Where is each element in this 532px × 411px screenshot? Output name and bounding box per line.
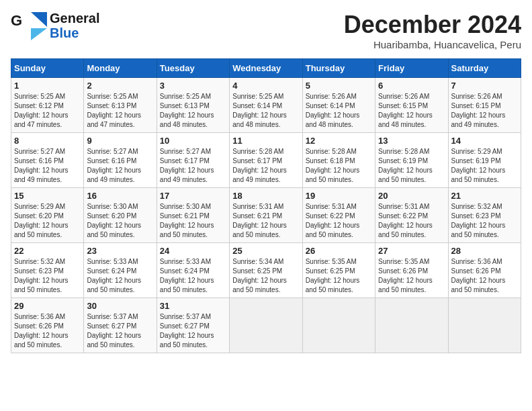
day-number: 23 — [87, 246, 153, 256]
logo: G General Blue — [11, 11, 99, 40]
day-info: Sunrise: 5:26 AM Sunset: 6:14 PM Dayligh… — [306, 92, 372, 130]
day-info: Sunrise: 5:32 AM Sunset: 6:23 PM Dayligh… — [451, 202, 518, 240]
weekday-header-friday: Friday — [375, 59, 448, 78]
day-number: 18 — [232, 191, 299, 201]
day-info: Sunrise: 5:31 AM Sunset: 6:22 PM Dayligh… — [378, 202, 445, 240]
day-info: Sunrise: 5:30 AM Sunset: 6:20 PM Dayligh… — [87, 202, 153, 240]
day-info: Sunrise: 5:37 AM Sunset: 6:27 PM Dayligh… — [160, 312, 226, 350]
calendar-cell: 6Sunrise: 5:26 AM Sunset: 6:15 PM Daylig… — [375, 78, 448, 133]
day-number: 11 — [232, 136, 299, 146]
day-info: Sunrise: 5:36 AM Sunset: 6:26 PM Dayligh… — [451, 257, 518, 295]
page-header: G General Blue December 2024 Huaribamba,… — [11, 11, 521, 50]
day-info: Sunrise: 5:35 AM Sunset: 6:25 PM Dayligh… — [306, 257, 372, 295]
day-number: 29 — [14, 301, 81, 311]
logo-line2: Blue — [50, 26, 99, 40]
day-number: 5 — [306, 81, 372, 91]
calendar-cell: 11Sunrise: 5:28 AM Sunset: 6:17 PM Dayli… — [230, 133, 302, 188]
day-number: 17 — [160, 191, 226, 201]
title-block: December 2024 Huaribamba, Huancavelica, … — [344, 11, 521, 50]
calendar-cell: 4Sunrise: 5:25 AM Sunset: 6:14 PM Daylig… — [230, 78, 302, 133]
calendar-table: SundayMondayTuesdayWednesdayThursdayFrid… — [11, 58, 521, 353]
day-number: 24 — [160, 246, 226, 256]
calendar-cell: 13Sunrise: 5:28 AM Sunset: 6:19 PM Dayli… — [375, 133, 448, 188]
day-number: 27 — [378, 246, 445, 256]
day-number: 31 — [160, 301, 226, 311]
calendar-cell: 12Sunrise: 5:28 AM Sunset: 6:18 PM Dayli… — [302, 133, 375, 188]
calendar-cell — [375, 298, 448, 353]
calendar-cell: 3Sunrise: 5:25 AM Sunset: 6:13 PM Daylig… — [157, 78, 229, 133]
day-info: Sunrise: 5:26 AM Sunset: 6:15 PM Dayligh… — [451, 92, 518, 130]
day-info: Sunrise: 5:36 AM Sunset: 6:26 PM Dayligh… — [14, 312, 81, 350]
day-number: 1 — [14, 81, 81, 91]
calendar-week-5: 29Sunrise: 5:36 AM Sunset: 6:26 PM Dayli… — [11, 298, 521, 353]
calendar-cell: 15Sunrise: 5:29 AM Sunset: 6:20 PM Dayli… — [11, 188, 84, 243]
day-number: 8 — [14, 136, 81, 146]
day-info: Sunrise: 5:28 AM Sunset: 6:18 PM Dayligh… — [306, 147, 372, 185]
calendar-cell: 25Sunrise: 5:34 AM Sunset: 6:25 PM Dayli… — [230, 243, 302, 298]
calendar-cell: 24Sunrise: 5:33 AM Sunset: 6:24 PM Dayli… — [157, 243, 229, 298]
day-number: 12 — [306, 136, 372, 146]
calendar-cell: 23Sunrise: 5:33 AM Sunset: 6:24 PM Dayli… — [84, 243, 157, 298]
day-info: Sunrise: 5:31 AM Sunset: 6:22 PM Dayligh… — [306, 202, 372, 240]
calendar-cell: 5Sunrise: 5:26 AM Sunset: 6:14 PM Daylig… — [302, 78, 375, 133]
logo-line1: General — [50, 11, 99, 26]
calendar-cell: 29Sunrise: 5:36 AM Sunset: 6:26 PM Dayli… — [11, 298, 84, 353]
day-number: 25 — [232, 246, 299, 256]
weekday-header-sunday: Sunday — [11, 59, 84, 78]
day-number: 10 — [160, 136, 226, 146]
day-info: Sunrise: 5:27 AM Sunset: 6:16 PM Dayligh… — [14, 147, 81, 185]
day-info: Sunrise: 5:25 AM Sunset: 6:13 PM Dayligh… — [160, 92, 226, 130]
calendar-cell — [448, 298, 521, 353]
day-number: 16 — [87, 191, 153, 201]
day-info: Sunrise: 5:27 AM Sunset: 6:17 PM Dayligh… — [160, 147, 226, 185]
calendar-cell: 17Sunrise: 5:30 AM Sunset: 6:21 PM Dayli… — [157, 188, 229, 243]
calendar-cell: 28Sunrise: 5:36 AM Sunset: 6:26 PM Dayli… — [448, 243, 521, 298]
day-number: 4 — [232, 81, 299, 91]
calendar-cell: 21Sunrise: 5:32 AM Sunset: 6:23 PM Dayli… — [448, 188, 521, 243]
calendar-cell: 10Sunrise: 5:27 AM Sunset: 6:17 PM Dayli… — [157, 133, 229, 188]
day-number: 14 — [451, 136, 518, 146]
weekday-header-tuesday: Tuesday — [157, 59, 229, 78]
calendar-week-1: 1Sunrise: 5:25 AM Sunset: 6:12 PM Daylig… — [11, 78, 521, 133]
calendar-cell: 26Sunrise: 5:35 AM Sunset: 6:25 PM Dayli… — [302, 243, 375, 298]
calendar-cell: 8Sunrise: 5:27 AM Sunset: 6:16 PM Daylig… — [11, 133, 84, 188]
calendar-week-3: 15Sunrise: 5:29 AM Sunset: 6:20 PM Dayli… — [11, 188, 521, 243]
svg-marker-1 — [31, 12, 47, 27]
calendar-cell: 1Sunrise: 5:25 AM Sunset: 6:12 PM Daylig… — [11, 78, 84, 133]
day-number: 30 — [87, 301, 153, 311]
calendar-cell: 20Sunrise: 5:31 AM Sunset: 6:22 PM Dayli… — [375, 188, 448, 243]
calendar-cell: 9Sunrise: 5:27 AM Sunset: 6:16 PM Daylig… — [84, 133, 157, 188]
day-info: Sunrise: 5:31 AM Sunset: 6:21 PM Dayligh… — [232, 202, 299, 240]
weekday-header-thursday: Thursday — [302, 59, 375, 78]
day-info: Sunrise: 5:25 AM Sunset: 6:12 PM Dayligh… — [14, 92, 81, 130]
day-number: 13 — [378, 136, 445, 146]
calendar-cell: 16Sunrise: 5:30 AM Sunset: 6:20 PM Dayli… — [84, 188, 157, 243]
day-info: Sunrise: 5:30 AM Sunset: 6:21 PM Dayligh… — [160, 202, 226, 240]
calendar-cell — [302, 298, 375, 353]
day-info: Sunrise: 5:33 AM Sunset: 6:24 PM Dayligh… — [160, 257, 226, 295]
day-number: 28 — [451, 246, 518, 256]
day-number: 22 — [14, 246, 81, 256]
calendar-cell: 22Sunrise: 5:32 AM Sunset: 6:23 PM Dayli… — [11, 243, 84, 298]
day-number: 6 — [378, 81, 445, 91]
calendar-cell: 18Sunrise: 5:31 AM Sunset: 6:21 PM Dayli… — [230, 188, 302, 243]
day-number: 7 — [451, 81, 518, 91]
day-number: 2 — [87, 81, 153, 91]
calendar-week-4: 22Sunrise: 5:32 AM Sunset: 6:23 PM Dayli… — [11, 243, 521, 298]
day-info: Sunrise: 5:33 AM Sunset: 6:24 PM Dayligh… — [87, 257, 153, 295]
calendar-body: 1Sunrise: 5:25 AM Sunset: 6:12 PM Daylig… — [11, 78, 521, 353]
calendar-cell: 7Sunrise: 5:26 AM Sunset: 6:15 PM Daylig… — [448, 78, 521, 133]
day-number: 9 — [87, 136, 153, 146]
location-title: Huaribamba, Huancavelica, Peru — [344, 39, 521, 50]
day-number: 20 — [378, 191, 445, 201]
weekday-header-wednesday: Wednesday — [230, 59, 302, 78]
day-info: Sunrise: 5:28 AM Sunset: 6:17 PM Dayligh… — [232, 147, 299, 185]
svg-marker-2 — [31, 28, 47, 40]
day-number: 26 — [306, 246, 372, 256]
day-number: 15 — [14, 191, 81, 201]
month-title: December 2024 — [344, 11, 521, 39]
weekday-header-row: SundayMondayTuesdayWednesdayThursdayFrid… — [11, 59, 521, 78]
calendar-cell: 31Sunrise: 5:37 AM Sunset: 6:27 PM Dayli… — [157, 298, 229, 353]
calendar-cell: 2Sunrise: 5:25 AM Sunset: 6:13 PM Daylig… — [84, 78, 157, 133]
day-info: Sunrise: 5:26 AM Sunset: 6:15 PM Dayligh… — [378, 92, 445, 130]
